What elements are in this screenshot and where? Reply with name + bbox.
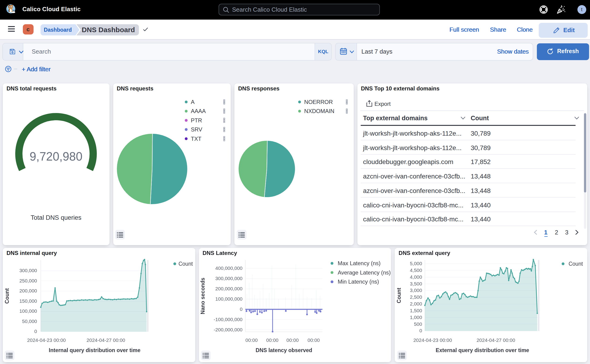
svg-text:Nano seconds: Nano seconds <box>200 278 206 314</box>
svg-text:AAAA: AAAA <box>191 108 206 114</box>
svg-text:500: 500 <box>414 321 422 327</box>
svg-text:Max Latency (ns): Max Latency (ns) <box>337 260 380 266</box>
svg-text:Count: Count <box>178 261 193 267</box>
svg-text:2024-04-27 00:00: 2024-04-27 00:00 <box>477 338 515 343</box>
svg-text:50,000: 50,000 <box>22 318 37 324</box>
svg-text:2,000: 2,000 <box>410 301 422 306</box>
svg-text:Total DNS queries: Total DNS queries <box>31 214 82 221</box>
svg-text:2,500: 2,500 <box>410 294 422 300</box>
svg-text:4,500: 4,500 <box>410 267 422 273</box>
svg-text:2024-04-23 00:00: 2024-04-23 00:00 <box>414 338 452 343</box>
svg-text:300,000,000: 300,000,000 <box>215 276 242 281</box>
svg-text:-200,000,000: -200,000,000 <box>214 327 242 332</box>
svg-text:00:00: 00:00 <box>266 338 279 343</box>
svg-text:300,000: 300,000 <box>19 268 37 273</box>
svg-text:0: 0 <box>240 306 242 312</box>
svg-text:100,000: 100,000 <box>19 308 37 314</box>
svg-text:0: 0 <box>419 328 422 333</box>
svg-text:9,720,980: 9,720,980 <box>30 150 83 163</box>
svg-text:00:00: 00:00 <box>286 338 299 343</box>
svg-text:NXDOMAIN: NXDOMAIN <box>304 108 334 114</box>
svg-text:A: A <box>191 99 194 105</box>
svg-text:2024-04-23 00:00: 2024-04-23 00:00 <box>27 338 66 343</box>
svg-text:NOERROR: NOERROR <box>304 99 333 105</box>
svg-text:150,000: 150,000 <box>19 298 37 304</box>
svg-text:00:00: 00:00 <box>307 338 320 343</box>
svg-text:200,000,000: 200,000,000 <box>215 286 242 291</box>
svg-text:0: 0 <box>34 329 37 334</box>
svg-text:Internal query distribution ov: Internal query distribution over time <box>49 347 140 353</box>
svg-text:400,000,000: 400,000,000 <box>215 266 242 271</box>
svg-text:DNS latency observed: DNS latency observed <box>255 347 312 353</box>
svg-text:TXT: TXT <box>191 136 201 142</box>
svg-text:00:00: 00:00 <box>245 338 258 343</box>
svg-text:100,000,000: 100,000,000 <box>215 296 242 302</box>
svg-text:2024-04-27 00:00: 2024-04-27 00:00 <box>87 338 125 343</box>
svg-text:SRV: SRV <box>191 126 202 133</box>
svg-text:4,000: 4,000 <box>410 274 422 280</box>
svg-text:-100,000,000: -100,000,000 <box>214 317 242 322</box>
svg-text:PTR: PTR <box>191 117 202 124</box>
svg-text:Min Latency (ns): Min Latency (ns) <box>337 279 379 285</box>
svg-text:1,000: 1,000 <box>410 315 422 320</box>
svg-text:3,000: 3,000 <box>410 287 422 293</box>
svg-text:5,000: 5,000 <box>410 261 422 266</box>
svg-text:External query distribution ov: External query distribution over time <box>436 347 529 353</box>
svg-text:Count: Count <box>396 287 402 303</box>
svg-text:Count: Count <box>4 288 10 304</box>
svg-text:1,500: 1,500 <box>410 308 422 313</box>
svg-text:200,000: 200,000 <box>19 288 37 293</box>
svg-text:Count: Count <box>569 261 583 267</box>
svg-text:Average Latency (ns): Average Latency (ns) <box>337 269 390 276</box>
svg-text:3,500: 3,500 <box>410 281 422 286</box>
svg-text:250,000: 250,000 <box>19 278 37 283</box>
